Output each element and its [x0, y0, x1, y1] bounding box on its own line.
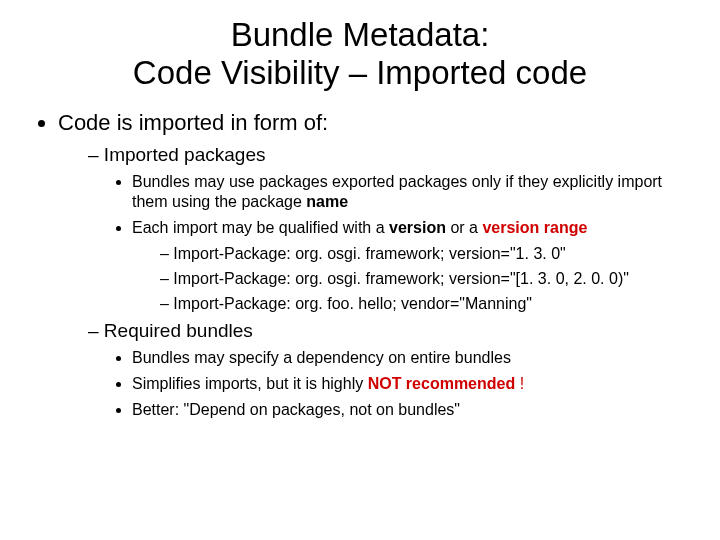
text: Imported packages [104, 144, 266, 165]
title-line-1: Bundle Metadata: [231, 16, 490, 53]
list-item: Imported packages Bundles may use packag… [88, 144, 696, 314]
list-item: Code is imported in form of: Imported pa… [58, 110, 696, 420]
bullet-list-level1: Code is imported in form of: Imported pa… [24, 110, 696, 420]
bullet-list-level4: Import-Package: org. osgi. framework; ve… [132, 244, 696, 314]
bullet-list-level3: Bundles may use packages exported packag… [88, 172, 696, 314]
bullet-list-level3: Bundles may specify a dependency on enti… [88, 348, 696, 420]
text: Code is imported in form of: [58, 110, 328, 135]
text: Bundles may specify a dependency on enti… [132, 349, 511, 366]
text: or a [446, 219, 482, 236]
list-item: Import-Package: org. osgi. framework; ve… [160, 244, 696, 264]
list-item: Import-Package: org. osgi. framework; ve… [160, 269, 696, 289]
text: Import-Package: org. osgi. framework; ve… [173, 245, 565, 262]
bullet-list-level2: Imported packages Bundles may use packag… [58, 144, 696, 420]
text: Import-Package: org. foo. hello; vendor=… [173, 295, 532, 312]
list-item: Each import may be qualified with a vers… [132, 218, 696, 314]
list-item: Bundles may use packages exported packag… [132, 172, 696, 212]
list-item: Simplifies imports, but it is highly NOT… [132, 374, 696, 394]
slide: Bundle Metadata: Code Visibility – Impor… [0, 0, 720, 420]
text: Each import may be qualified with a [132, 219, 389, 236]
text-bold-red: NOT recommended [368, 375, 520, 392]
slide-title: Bundle Metadata: Code Visibility – Impor… [24, 16, 696, 92]
text-bold-red: version range [482, 219, 587, 236]
text: Simplifies imports, but it is highly [132, 375, 368, 392]
text: Bundles may use packages exported packag… [132, 173, 662, 210]
text: Better: "Depend on packages, not on bund… [132, 401, 460, 418]
list-item: Required bundles Bundles may specify a d… [88, 320, 696, 420]
title-line-2: Code Visibility – Imported code [133, 54, 587, 91]
list-item: Better: "Depend on packages, not on bund… [132, 400, 696, 420]
list-item: Import-Package: org. foo. hello; vendor=… [160, 294, 696, 314]
list-item: Bundles may specify a dependency on enti… [132, 348, 696, 368]
text: Import-Package: org. osgi. framework; ve… [173, 270, 629, 287]
text: Required bundles [104, 320, 253, 341]
text-red: ! [520, 375, 524, 392]
text-bold: name [306, 193, 348, 210]
text-bold: version [389, 219, 446, 236]
